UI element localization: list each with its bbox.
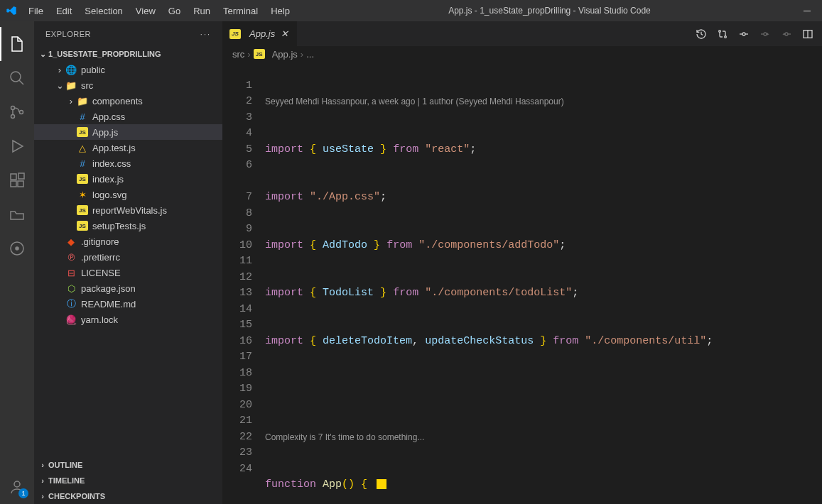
svg-point-12	[719, 30, 721, 32]
js-file-icon: JS	[254, 48, 265, 60]
menu-file[interactable]: File	[23, 3, 49, 19]
tree-file-appjs[interactable]: JS App.js	[34, 124, 222, 140]
history-icon[interactable]	[696, 28, 707, 40]
svg-rect-6	[11, 181, 16, 187]
crumb-src[interactable]: src	[232, 49, 244, 60]
tab-appjs[interactable]: JS App.js ✕	[222, 21, 298, 46]
tab-label: App.js	[249, 28, 275, 39]
js-file-icon: JS	[77, 204, 88, 216]
editor-area: JS App.js ✕ src › JS App.js › ...	[222, 21, 822, 504]
menubar: File Edit Selection View Go Run Terminal…	[23, 3, 296, 19]
svg-point-2	[11, 106, 15, 110]
line-numbers: 1 2 3 4 5 6 7 8 9 10 11 12 13 14 15 16 1…	[222, 62, 265, 504]
titlebar: File Edit Selection View Go Run Terminal…	[0, 0, 822, 21]
tree-file-readme[interactable]: ⓘ README.md	[34, 296, 222, 312]
tree-file-gitignore[interactable]: ◆ .gitignore	[34, 234, 222, 249]
split-editor-icon[interactable]	[802, 28, 813, 40]
git-compare-icon[interactable]	[717, 28, 728, 40]
window-controls: ─	[804, 5, 816, 16]
menu-edit[interactable]: Edit	[50, 3, 77, 19]
css-file-icon: #	[77, 111, 88, 122]
tree-file-prettierrc[interactable]: ℗ .prettierrc	[34, 249, 222, 265]
code-content[interactable]: Seyyed Mehdi Hassanpour, a week ago | 1 …	[265, 62, 822, 504]
chevron-right-icon: ›	[54, 65, 65, 75]
tree-folder-src[interactable]: ⌄ 📁 src	[34, 77, 222, 93]
tree-file-reportwebvitals[interactable]: JS reportWebVitals.js	[34, 202, 222, 218]
chevron-right-icon: ›	[37, 476, 48, 485]
codelens-complexity[interactable]: Complexity is 7 It's time to do somethin…	[265, 429, 808, 446]
vscode-logo-icon	[6, 5, 17, 16]
svg-point-11	[14, 481, 20, 487]
workspace-header[interactable]: ⌄ 1_USESTATE_PROPDRILLING	[34, 46, 222, 62]
test-file-icon: △	[77, 142, 88, 153]
tree-folder-components[interactable]: › 📁 components	[34, 93, 222, 109]
checkpoints-header[interactable]: › CHECKPOINTS	[34, 488, 222, 504]
tree-file-appcss[interactable]: # App.css	[34, 109, 222, 124]
menu-terminal[interactable]: Terminal	[217, 3, 264, 19]
menu-selection[interactable]: Selection	[79, 3, 128, 19]
prev-commit-icon[interactable]	[781, 28, 792, 40]
next-commit-icon[interactable]	[759, 28, 771, 40]
code-editor[interactable]: 1 2 3 4 5 6 7 8 9 10 11 12 13 14 15 16 1…	[222, 62, 822, 504]
svg-point-19	[785, 33, 788, 35]
tree-file-apptest[interactable]: △ App.test.js	[34, 140, 222, 155]
tree-file-packagejson[interactable]: ⬡ package.json	[34, 280, 222, 296]
chevron-down-icon: ⌄	[37, 50, 48, 59]
outline-header[interactable]: › OUTLINE	[34, 457, 222, 473]
timeline-header[interactable]: › TIMELINE	[34, 473, 222, 488]
css-file-icon: #	[77, 158, 88, 169]
prettier-file-icon: ℗	[65, 251, 77, 263]
tree-file-indexcss[interactable]: # index.css	[34, 155, 222, 171]
svg-point-13	[725, 35, 727, 38]
folder-icon: 🌐	[65, 64, 77, 75]
lint-warning-icon[interactable]	[377, 479, 386, 489]
codelens-author[interactable]: Seyyed Mehdi Hassanpour, a week ago | 1 …	[265, 94, 808, 110]
chevron-down-icon: ⌄	[54, 80, 65, 91]
activity-git-graph[interactable]	[0, 231, 34, 265]
markdown-file-icon: ⓘ	[65, 298, 77, 309]
crumb-more[interactable]: ...	[306, 49, 314, 60]
tree-file-indexjs[interactable]: JS index.js	[34, 171, 222, 187]
js-file-icon: JS	[77, 126, 88, 138]
minimize-icon[interactable]: ─	[804, 5, 811, 16]
close-icon[interactable]: ✕	[279, 27, 290, 40]
license-file-icon: ⊟	[65, 267, 77, 278]
sidebar-title: EXPLORER ···	[34, 21, 222, 46]
tree-file-logosvg[interactable]: ✶ logo.svg	[34, 187, 222, 202]
activity-files[interactable]	[0, 197, 34, 231]
svg-rect-5	[11, 174, 16, 180]
tabs-bar: JS App.js ✕	[222, 21, 822, 46]
sidebar-more-icon[interactable]: ···	[200, 30, 211, 38]
svg-file-icon: ✶	[77, 189, 88, 200]
activity-explorer[interactable]	[0, 27, 34, 61]
folder-icon: 📁	[77, 95, 88, 106]
commit-icon[interactable]	[738, 28, 750, 40]
menu-run[interactable]: Run	[188, 3, 216, 19]
activity-run-debug[interactable]	[0, 129, 34, 163]
folder-icon: 📁	[65, 80, 77, 91]
activity-source-control[interactable]	[0, 95, 34, 129]
chevron-right-icon: ›	[301, 49, 303, 60]
tree-file-setuptests[interactable]: JS setupTests.js	[34, 218, 222, 234]
activity-accounts[interactable]: 1	[0, 470, 34, 504]
file-tree: › 🌐 public ⌄ 📁 src › 📁 components # App.…	[34, 62, 222, 457]
js-file-icon: JS	[77, 220, 88, 231]
activity-bar: 1	[0, 21, 34, 504]
tree-folder-public[interactable]: › 🌐 public	[34, 62, 222, 77]
menu-go[interactable]: Go	[163, 3, 186, 19]
accounts-badge: 1	[18, 488, 28, 498]
menu-view[interactable]: View	[130, 3, 161, 19]
breadcrumbs[interactable]: src › JS App.js › ...	[222, 46, 822, 62]
chevron-right-icon: ›	[65, 96, 77, 106]
js-file-icon: JS	[77, 173, 88, 185]
activity-extensions[interactable]	[0, 163, 34, 197]
tree-file-license[interactable]: ⊟ LICENSE	[34, 265, 222, 280]
menu-help[interactable]: Help	[265, 3, 296, 19]
chevron-right-icon: ›	[247, 49, 250, 60]
crumb-file[interactable]: App.js	[272, 49, 298, 60]
sidebar: EXPLORER ··· ⌄ 1_USESTATE_PROPDRILLING ›…	[34, 21, 222, 504]
editor-actions	[687, 21, 822, 46]
tree-file-yarnlock[interactable]: 🧶 yarn.lock	[34, 312, 222, 327]
activity-search[interactable]	[0, 61, 34, 95]
chevron-right-icon: ›	[37, 461, 48, 469]
